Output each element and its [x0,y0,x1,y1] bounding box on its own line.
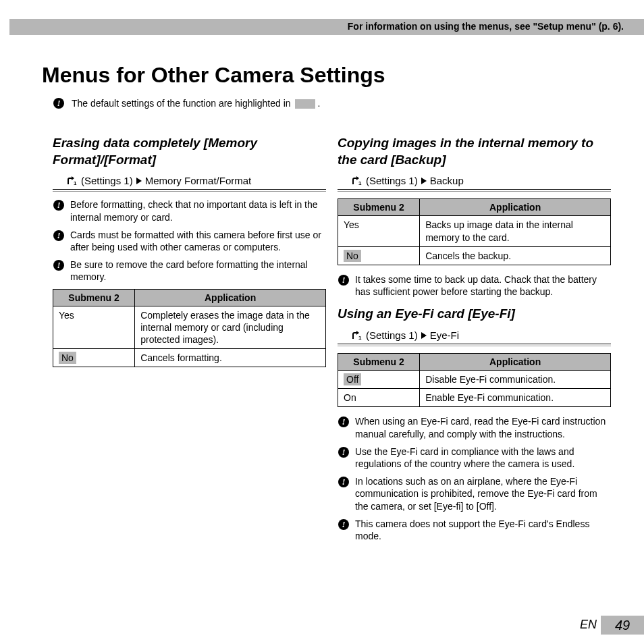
table-header-submenu: Submenu 2 [338,354,420,371]
table-header-application: Application [135,289,326,306]
path-suffix: Backup [430,175,464,186]
note-item: ! Before formatting, check that no impor… [53,198,326,223]
path-suffix: Memory Format/Format [145,175,252,186]
svg-text:!: ! [342,477,345,487]
intro-text-2: . [317,98,320,109]
section-title-backup: Copying images in the internal memory to… [338,135,611,168]
info-icon: ! [53,199,65,211]
info-icon: ! [53,259,65,271]
note-text: Cards must be formatted with this camera… [70,229,326,253]
svg-text:!: ! [57,98,60,108]
svg-text:1: 1 [358,180,362,186]
path-divider [338,344,611,346]
cell-value: Backs up image data in the internal memo… [425,219,573,242]
page-number-tab: 49 [601,616,644,635]
arrow-right-icon [421,332,427,339]
menu-path-format: 1 (Settings 1) Memory Format/Format [66,175,326,186]
cell-key: Yes [344,219,359,230]
cell-value: Disable Eye-Fi communication. [425,374,556,385]
table-row: Off Disable Eye-Fi communication. [338,371,611,389]
settings-label: (Settings 1) [81,175,133,186]
menu-path-eyefi: 1 (Settings 1) Eye-Fi [351,329,611,341]
section-title-format: Erasing data completely [Memory Format]/… [53,135,326,168]
info-icon: ! [338,476,350,488]
svg-text:1: 1 [358,335,362,340]
info-icon: ! [338,518,350,531]
table-header-submenu: Submenu 2 [338,199,420,216]
svg-text:!: ! [342,519,345,529]
svg-text:!: ! [342,275,345,285]
note-text: Use the Eye-Fi card in compliance with t… [355,446,611,470]
section-title-eyefi: Using an Eye-Fi card [Eye-Fi] [338,306,611,323]
note-text: In locations such as on an airplane, whe… [355,475,611,512]
table-header-submenu: Submenu 2 [53,289,135,306]
note-item: ! When using an Eye-Fi card, read the Ey… [338,415,611,439]
page-footer: EN 49 [570,614,644,635]
cell-value: Cancels the backup. [425,250,511,261]
table-row: On Enable Eye-Fi communication. [338,389,611,407]
table-header-application: Application [420,199,611,216]
table-row: Yes Backs up image data in the internal … [338,216,611,246]
cell-key: Off [344,373,361,385]
cell-value: Enable Eye-Fi communication. [425,392,554,403]
note-text: This camera does not support the Eye-Fi … [355,518,611,542]
cell-key: On [344,392,356,403]
table-format: Submenu 2 Application Yes Completely era… [53,289,326,368]
info-icon: ! [338,274,350,286]
column-right: Copying images in the internal memory to… [338,135,611,547]
info-icon: ! [338,416,350,428]
cell-key: No [59,352,76,364]
info-icon: ! [338,446,350,458]
cell-key: Yes [59,310,74,321]
note-item: ! This camera does not support the Eye-F… [338,518,611,542]
svg-text:!: ! [57,200,60,210]
table-eyefi: Submenu 2 Application Off Disable Eye-Fi… [338,353,611,407]
menu-path-backup: 1 (Settings 1) Backup [351,175,611,186]
path-divider [53,189,326,192]
intro-note: ! The default settings of the function a… [53,97,320,109]
cell-value: Cancels formatting. [140,352,222,363]
table-backup: Submenu 2 Application Yes Backs up image… [338,198,611,265]
settings-label: (Settings 1) [366,329,418,341]
cell-key: No [344,250,361,262]
path-divider [338,189,611,192]
intro-text-1: The default settings of the function are… [72,98,291,109]
page-title: Menus for Other Camera Settings [42,63,385,88]
svg-text:!: ! [57,230,60,240]
svg-text:!: ! [342,417,345,427]
svg-text:!: ! [342,447,345,457]
settings-label: (Settings 1) [366,175,418,186]
svg-text:!: ! [57,260,60,270]
note-item: ! Cards must be formatted with this came… [53,229,326,253]
table-row: No Cancels formatting. [53,349,326,367]
note-item: ! In locations such as on an airplane, w… [338,475,611,512]
note-text: It takes some time to back up data. Chac… [355,273,611,298]
header-note: For information on using the menus, see … [348,21,624,32]
note-text: When using an Eye-Fi card, read the Eye-… [355,415,611,439]
arrow-right-icon [136,178,142,184]
path-suffix: Eye-Fi [430,329,459,341]
note-item: ! It takes some time to back up data. Ch… [338,273,611,298]
footer-lang: EN [580,618,597,632]
page-number: 49 [615,618,630,633]
header-bar: For information on using the menus, see … [9,19,644,35]
table-row: No Cancels the backup. [338,246,611,265]
arrow-right-icon [421,178,427,184]
note-item: ! Be sure to remove the card before form… [53,259,326,283]
table-row: Yes Completely erases the image data in … [53,306,326,349]
info-icon: ! [53,97,65,109]
column-left: Erasing data completely [Memory Format]/… [53,135,326,375]
table-header-application: Application [420,354,611,371]
note-text: Be sure to remove the card before format… [70,259,326,283]
info-icon: ! [53,230,65,242]
highlight-swatch [295,99,315,109]
note-text: Before formatting, check that no importa… [70,198,326,223]
svg-text:1: 1 [74,180,77,186]
cell-value: Completely erases the image data in the … [140,310,310,345]
note-item: ! Use the Eye-Fi card in compliance with… [338,446,611,470]
